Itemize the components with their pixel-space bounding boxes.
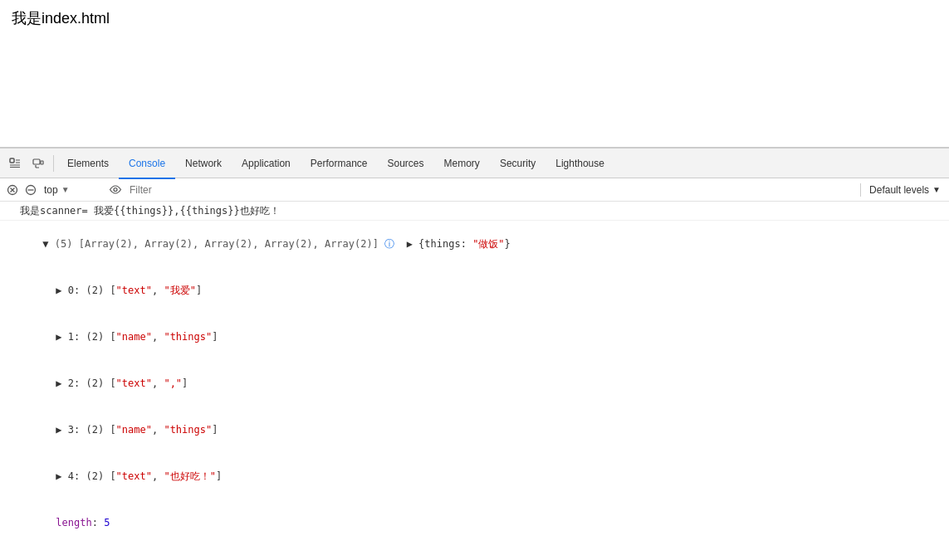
filter-separator bbox=[860, 183, 861, 197]
device-toolbar-icon[interactable] bbox=[27, 152, 50, 175]
array-item-0[interactable]: ▶ 0: (2) ["text", "我爱"] bbox=[0, 267, 949, 314]
svg-rect-2 bbox=[41, 161, 43, 164]
array-info-icon[interactable]: ⓘ bbox=[384, 238, 394, 250]
browser-page: 我是index.html bbox=[0, 0, 949, 148]
array-proto[interactable]: ▶ __proto__: Array(0) bbox=[0, 546, 949, 560]
context-dropdown-arrow: ▼ bbox=[61, 185, 70, 194]
page-heading: 我是index.html bbox=[12, 8, 937, 28]
console-filter-input[interactable] bbox=[125, 181, 857, 199]
tab-network[interactable]: Network bbox=[175, 149, 232, 179]
tree-toggle[interactable]: ▼ bbox=[42, 238, 54, 250]
array-item-3[interactable]: ▶ 3: (2) ["name", "things"] bbox=[0, 407, 949, 453]
tab-console[interactable]: Console bbox=[119, 149, 175, 179]
levels-dropdown-arrow: ▼ bbox=[932, 185, 941, 194]
eye-button[interactable] bbox=[106, 181, 125, 199]
devtools-tabs-row: Elements Console Network Application Per… bbox=[0, 149, 949, 178]
svg-rect-1 bbox=[33, 159, 40, 164]
tab-elements[interactable]: Elements bbox=[57, 149, 119, 179]
array-item-4[interactable]: ▶ 4: (2) ["text", "也好吃！"] bbox=[0, 453, 949, 499]
clear-console-button[interactable] bbox=[3, 181, 22, 199]
tab-separator bbox=[53, 155, 54, 172]
console-output-area[interactable]: 我是scanner= 我爱{{things}},{{things}}也好吃！ ▼… bbox=[0, 202, 949, 560]
array-item-2[interactable]: ▶ 2: (2) ["text", ","] bbox=[0, 360, 949, 407]
tab-sources[interactable]: Sources bbox=[378, 149, 434, 179]
array-length: length: 5 bbox=[0, 499, 949, 546]
console-line-scanner: 我是scanner= 我爱{{things}},{{things}}也好吃！ bbox=[0, 202, 949, 221]
array-item-1[interactable]: ▶ 1: (2) ["name", "things"] bbox=[0, 314, 949, 360]
svg-rect-0 bbox=[10, 158, 14, 163]
context-selector[interactable]: top ▼ bbox=[40, 181, 106, 199]
devtools-panel: Elements Console Network Application Per… bbox=[0, 148, 949, 560]
tab-lighthouse[interactable]: Lighthouse bbox=[545, 149, 614, 179]
tab-security[interactable]: Security bbox=[490, 149, 545, 179]
console-array-root[interactable]: ▼ (5) [Array(2), Array(2), Array(2), Arr… bbox=[0, 221, 949, 267]
tab-performance[interactable]: Performance bbox=[301, 149, 378, 179]
inspect-element-icon[interactable] bbox=[3, 152, 27, 175]
default-levels-dropdown[interactable]: Default levels ▼ bbox=[864, 181, 946, 199]
block-requests-button[interactable] bbox=[22, 181, 40, 199]
svg-point-5 bbox=[114, 188, 117, 192]
tab-application[interactable]: Application bbox=[232, 149, 301, 179]
tab-memory[interactable]: Memory bbox=[434, 149, 490, 179]
console-toolbar: top ▼ Default levels ▼ bbox=[0, 178, 949, 202]
